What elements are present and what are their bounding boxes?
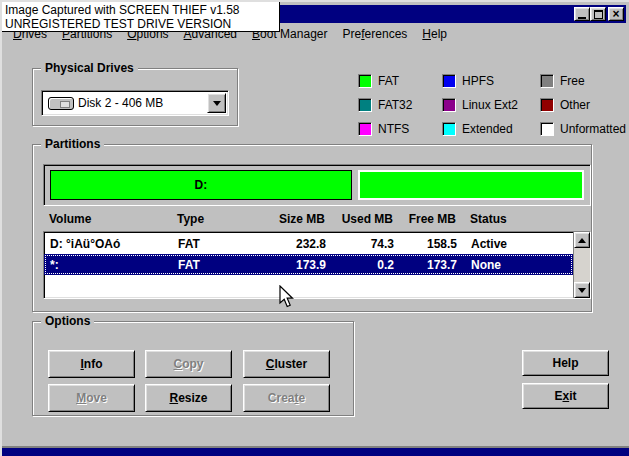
free-color-swatch: [540, 74, 554, 88]
cell-used: 0.2: [326, 258, 394, 272]
legend-item-extended: Extended: [442, 122, 540, 136]
scroll-down-button[interactable]: [574, 282, 590, 298]
partition-table-rows: D: °iAü°OAó FAT 232.8 74.3 158.5 Active …: [44, 232, 573, 298]
resize-button[interactable]: Resize: [145, 384, 232, 412]
column-header-status: Status: [456, 212, 574, 226]
scroll-up-button[interactable]: [574, 232, 590, 248]
create-button: Create: [243, 384, 330, 412]
partition-bar-panel: D:: [43, 164, 591, 206]
table-scrollbar[interactable]: [573, 232, 590, 298]
info-button[interactable]: Info: [48, 350, 135, 378]
mouse-cursor-icon: [279, 285, 297, 309]
legend-item-fat32: FAT32: [358, 98, 442, 112]
ntfs-color-swatch: [358, 122, 372, 136]
disk-icon: [48, 97, 74, 110]
legend-item-ntfs: NTFS: [358, 122, 442, 136]
filesystem-legend: FAT HPFS Free FAT32 Linux Ext2 Other NTF…: [358, 69, 629, 141]
close-icon: ×: [612, 9, 619, 19]
app-window: × Drives Partitions Options Advanced Boo…: [0, 0, 629, 456]
minimize-button[interactable]: [574, 7, 590, 21]
column-header-size: Size MB: [277, 212, 325, 226]
legend-label: Unformatted: [560, 122, 626, 136]
unformatted-color-swatch: [540, 122, 554, 136]
help-button[interactable]: Help: [522, 350, 609, 376]
legend-item-linux-ext2: Linux Ext2: [442, 98, 540, 112]
table-row-selected[interactable]: *: FAT 173.9 0.2 173.7 None: [44, 254, 573, 275]
maximize-button[interactable]: [590, 7, 606, 21]
partition-table-header: Volume Type Size MB Used MB Free MB Stat…: [43, 212, 574, 226]
table-row[interactable]: D: °iAü°OAó FAT 232.8 74.3 158.5 Active: [44, 233, 573, 254]
move-button: Move: [48, 384, 135, 412]
cell-size: 173.9: [278, 258, 326, 272]
fat32-color-swatch: [358, 98, 372, 112]
column-header-type: Type: [177, 212, 277, 226]
cluster-button[interactable]: Cluster: [243, 350, 330, 378]
window-controls: ×: [574, 7, 624, 21]
drive-select-value: Disk 2 - 406 MB: [74, 96, 207, 110]
legend-label: FAT: [378, 74, 399, 88]
legend-label: NTFS: [378, 122, 409, 136]
legend-label: HPFS: [462, 74, 494, 88]
extended-color-swatch: [442, 122, 456, 136]
drive-select[interactable]: Disk 2 - 406 MB: [41, 90, 229, 116]
legend-label: Other: [560, 98, 590, 112]
options-title: Options: [41, 314, 94, 328]
physical-drives-group: Physical Drives Disk 2 - 406 MB: [32, 68, 238, 126]
partition-bar-unallocated-selected[interactable]: [358, 170, 584, 200]
partition-bar-label: D:: [195, 178, 208, 192]
screen-thief-overlay: Image Captured with SCREEN THIEF v1.58 U…: [2, 2, 280, 32]
column-header-used: Used MB: [325, 212, 393, 226]
copy-button: Copy: [145, 350, 232, 378]
cell-status: Active: [457, 237, 573, 251]
cell-type: FAT: [178, 258, 278, 272]
column-header-volume: Volume: [43, 212, 177, 226]
linux-ext2-color-swatch: [442, 98, 456, 112]
cell-volume: *:: [44, 258, 178, 272]
overlay-line2: UNREGISTERED TEST DRIVE VERSION: [5, 17, 276, 31]
legend-label: Linux Ext2: [462, 98, 518, 112]
exit-button[interactable]: Exit: [522, 383, 609, 409]
menu-preferences[interactable]: Preferences: [343, 27, 408, 41]
fat-color-swatch: [358, 74, 372, 88]
partitions-group: Partitions D: Volume Type Size MB Used M…: [32, 144, 592, 312]
menu-help[interactable]: Help: [422, 27, 447, 41]
hpfs-color-swatch: [442, 74, 456, 88]
legend-item-other: Other: [540, 98, 629, 112]
cell-status: None: [457, 258, 573, 272]
close-button[interactable]: ×: [608, 7, 624, 21]
overlay-line1: Image Captured with SCREEN THIEF v1.58: [5, 3, 276, 17]
legend-label: Free: [560, 74, 585, 88]
chevron-down-icon: [213, 101, 221, 106]
physical-drives-title: Physical Drives: [41, 61, 138, 75]
other-color-swatch: [540, 98, 554, 112]
cell-volume: D: °iAü°OAó: [44, 237, 178, 251]
arrow-down-icon: [578, 288, 586, 293]
drive-select-dropdown-button[interactable]: [207, 93, 226, 113]
cell-used: 74.3: [326, 237, 394, 251]
cell-type: FAT: [178, 237, 278, 251]
legend-item-hpfs: HPFS: [442, 74, 540, 88]
options-group: Options Info Copy Cluster Move Resize Cr…: [32, 321, 354, 416]
minimize-icon: [578, 17, 586, 19]
legend-label: FAT32: [378, 98, 412, 112]
legend-item-free: Free: [540, 74, 629, 88]
partition-table: D: °iAü°OAó FAT 232.8 74.3 158.5 Active …: [43, 231, 591, 299]
legend-item-fat: FAT: [358, 74, 442, 88]
desktop-background-strip: [2, 448, 629, 456]
cell-free: 173.7: [394, 258, 457, 272]
legend-label: Extended: [462, 122, 513, 136]
partitions-title: Partitions: [41, 137, 104, 151]
cell-size: 232.8: [278, 237, 326, 251]
partition-bar-d[interactable]: D:: [50, 170, 352, 200]
cell-free: 158.5: [394, 237, 457, 251]
column-header-free: Free MB: [393, 212, 456, 226]
legend-item-unformatted: Unformatted: [540, 122, 629, 136]
arrow-up-icon: [578, 238, 586, 243]
maximize-icon: [594, 10, 603, 19]
